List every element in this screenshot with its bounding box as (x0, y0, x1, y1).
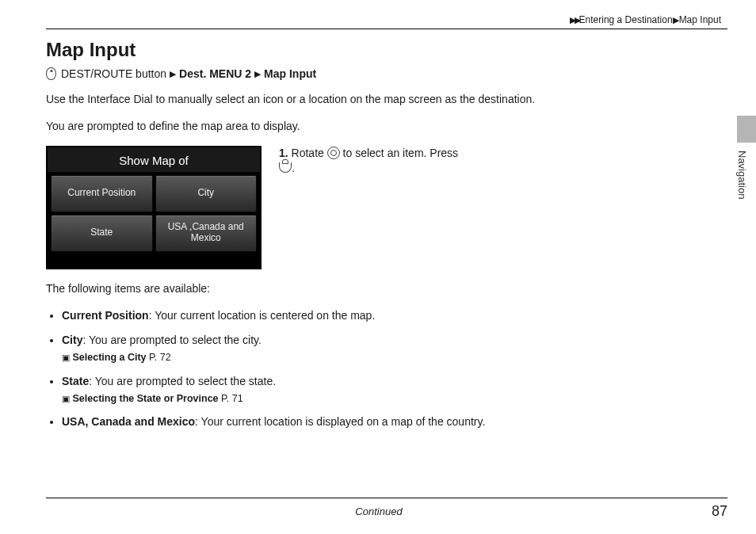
list-item: City: You are prompted to select the cit… (62, 332, 553, 365)
press-dial-icon (279, 162, 292, 173)
chevron-right-icon: ▶ (170, 69, 176, 79)
step-end: . (292, 162, 295, 174)
divider-top (46, 29, 727, 29)
item-desc: : Your current location is centered on t… (149, 309, 376, 322)
screen-button-grid: Current Position City State USA ,Canada … (48, 172, 260, 268)
intro-text: Use the Interface Dial to manually selec… (46, 91, 537, 107)
list-item: State: You are prompted to select the st… (62, 373, 553, 406)
screen-button-city[interactable]: City (155, 175, 258, 212)
section-tab (737, 116, 756, 143)
item-label: USA, Canada and Mexico (62, 415, 195, 428)
xref-label: Selecting a City (72, 352, 146, 363)
screen-title: Show Map of (48, 147, 260, 172)
nav-step-source: DEST/ROUTE button (61, 67, 166, 80)
nav-step-3: Map Input (264, 67, 316, 80)
xref-label: Selecting the State or Province (72, 393, 218, 404)
xref-page: P. 72 (149, 352, 171, 363)
link-icon: ▣ (62, 353, 70, 362)
chevron-right-icon: ▶ (254, 69, 261, 79)
page-title: Map Input (46, 39, 727, 61)
item-desc: : Your current location is displayed on … (195, 415, 485, 428)
nav-path: DEST/ROUTE button ▶ Dest. MENU 2 ▶ Map I… (46, 67, 727, 80)
xref-page: P. 71 (221, 393, 243, 404)
prompt-text: You are prompted to define the map area … (46, 118, 537, 134)
breadcrumb-part1: Entering a Destination (579, 14, 673, 25)
item-label: State (62, 375, 89, 387)
step-select-text: to select an item. Press (343, 147, 459, 159)
available-label: The following items are available: (46, 280, 537, 296)
cross-reference: ▣ Selecting the State or Province P. 71 (62, 391, 553, 406)
page-footer: Continued 87 (46, 498, 727, 520)
step-number: 1. (279, 147, 288, 159)
device-screenshot: Show Map of Current Position City State … (46, 146, 262, 269)
options-list: Current Position: Your current location … (46, 307, 553, 431)
item-desc: : You are prompted to select the state. (89, 375, 276, 387)
link-icon: ▣ (62, 394, 70, 403)
instruction-step-1: 1. Rotate to select an item. Press . (279, 146, 458, 177)
list-item: USA, Canada and Mexico: Your current loc… (62, 414, 553, 430)
page-number: 87 (712, 503, 727, 520)
continued-label: Continued (46, 505, 712, 517)
screen-button-current-position[interactable]: Current Position (51, 175, 153, 212)
item-label: City (62, 334, 82, 346)
item-label: Current Position (62, 309, 149, 322)
breadcrumb-part2: Map Input (679, 14, 721, 25)
screen-button-state[interactable]: State (51, 215, 153, 252)
chevron-right-icon: ▶▶ (570, 15, 579, 25)
screen-button-usa-canada-mexico[interactable]: USA ,Canada and Mexico (155, 215, 258, 252)
item-desc: : You are prompted to select the city. (82, 334, 261, 346)
cross-reference: ▣ Selecting a City P. 72 (62, 350, 553, 365)
breadcrumb: ▶▶Entering a Destination▶Map Input (46, 14, 727, 25)
nav-step-2: Dest. MENU 2 (179, 67, 251, 80)
rotate-dial-icon (327, 147, 340, 159)
section-label: Navigation (736, 151, 748, 199)
dial-icon (46, 67, 56, 80)
chevron-right-icon: ▶ (673, 15, 679, 25)
list-item: Current Position: Your current location … (62, 307, 553, 324)
step-rotate-word: Rotate (292, 147, 324, 159)
